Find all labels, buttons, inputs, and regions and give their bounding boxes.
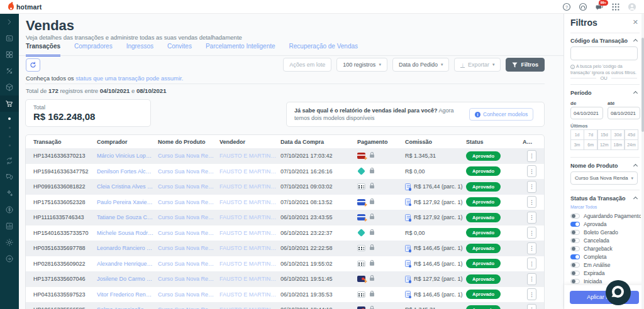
- tab-compradores[interactable]: Compradores: [74, 43, 113, 57]
- seller-link[interactable]: FAUSTO E MARTINS LT...: [219, 168, 280, 175]
- sidebar-item-sales-cart[interactable]: [0, 95, 19, 112]
- range-chip-6m[interactable]: 6m: [584, 139, 597, 150]
- chat-widget-button[interactable]: [606, 280, 631, 305]
- row-actions-button[interactable]: ⋮: [527, 227, 536, 239]
- row-actions-button[interactable]: ⋮: [527, 288, 536, 300]
- filters-button[interactable]: Filtros: [506, 58, 545, 72]
- sidebar-item-affiliates[interactable]: [0, 63, 19, 79]
- product-link[interactable]: Curso Sua Nova Renda: [158, 291, 219, 298]
- buyer-link[interactable]: Vitor Frederico Renner J...: [97, 291, 158, 298]
- transaction-code-section-header[interactable]: Código da Transação: [570, 38, 640, 44]
- tab-ingressos[interactable]: Ingressos: [126, 43, 153, 57]
- range-chip-12m[interactable]: 12m: [597, 139, 611, 150]
- buyer-link[interactable]: Márcio Vinicius Lopes D...: [97, 153, 158, 159]
- seller-link[interactable]: FAUSTO E MARTINS LT...: [219, 276, 280, 282]
- transaction-status-section-header[interactable]: Status da Transação: [570, 195, 640, 202]
- sidebar-item-subscriptions[interactable]: [0, 153, 19, 169]
- product-link[interactable]: Curso Sua Nova Renda: [158, 183, 219, 190]
- toggle-expirada[interactable]: [570, 271, 580, 276]
- tab-transacoes[interactable]: Transações: [26, 43, 60, 57]
- buyer-link[interactable]: Selma Anunciação Silv...: [97, 306, 158, 309]
- row-actions-button[interactable]: ⋮: [527, 181, 536, 193]
- sidebar-item-journey[interactable]: [0, 185, 19, 202]
- tab-convites[interactable]: Convites: [167, 43, 192, 57]
- tab-parcelamento-inteligente[interactable]: Parcelamento Inteligente: [206, 43, 275, 57]
- product-link[interactable]: Curso Sua Nova Renda: [158, 199, 219, 205]
- row-actions-button[interactable]: ⋮: [527, 273, 536, 285]
- sidebar-item-messages[interactable]: [0, 169, 19, 185]
- seller-link[interactable]: FAUSTO E MARTINS LT...: [219, 183, 280, 190]
- range-chip-45d[interactable]: 45d: [625, 129, 638, 140]
- sidebar-item-dashboard[interactable]: [0, 30, 19, 46]
- sidebar-item-finance[interactable]: [0, 202, 19, 218]
- select-all-link[interactable]: Marcar Todos: [570, 205, 597, 209]
- bulk-actions-button[interactable]: Ações em lote: [283, 58, 331, 72]
- toggle-boleto-gerado[interactable]: [570, 230, 580, 236]
- status-help-link[interactable]: status que uma transação pode assumir.: [75, 75, 183, 82]
- toggle-completa[interactable]: [570, 254, 580, 260]
- seller-link[interactable]: FAUSTO E MARTINS LT...: [219, 199, 280, 205]
- range-chip-15d[interactable]: 15d: [597, 129, 611, 140]
- seller-link[interactable]: FAUSTO E MARTINS LT...: [219, 291, 280, 298]
- sidebar-item-share[interactable]: [0, 251, 19, 267]
- sidebar-item-chevron-right[interactable]: [0, 14, 19, 30]
- seller-link[interactable]: FAUSTO E MARTINS LT...: [219, 230, 280, 236]
- toggle-aprovada[interactable]: [570, 222, 580, 227]
- toggle-iniciada[interactable]: [570, 279, 580, 285]
- product-link[interactable]: Curso Sua Nova Renda: [158, 230, 219, 236]
- row-actions-button[interactable]: ⋮: [527, 150, 536, 162]
- buyer-link[interactable]: Josilene Do Carmo Cald...: [97, 276, 158, 282]
- transaction-code-input[interactable]: [570, 46, 638, 60]
- row-actions-button[interactable]: ⋮: [527, 165, 536, 177]
- order-by-dropdown[interactable]: Data do Pedido▾: [392, 58, 450, 72]
- product-select[interactable]: Curso Sua Nova Renda▾: [570, 171, 638, 185]
- sidebar-item-apps-grid[interactable]: [0, 46, 19, 63]
- product-link[interactable]: Curso Sua Nova Renda: [158, 153, 219, 159]
- know-models-button[interactable]: iConhecer modelos: [469, 108, 533, 121]
- close-filters-icon[interactable]: ✕: [633, 18, 638, 26]
- range-chip-1d[interactable]: 1d: [570, 129, 584, 140]
- range-chip-3m[interactable]: 3m: [570, 139, 584, 150]
- buyer-link[interactable]: Denilson Fortes Alcânt...: [97, 168, 158, 175]
- scrollbar-thumb[interactable]: [641, 38, 644, 132]
- row-actions-button[interactable]: ⋮: [527, 196, 536, 208]
- toggle-cancelada[interactable]: [570, 238, 580, 244]
- active-submenu-dot[interactable]: [8, 117, 11, 120]
- row-actions-button[interactable]: ⋮: [527, 242, 536, 254]
- range-chip-30d[interactable]: 30d: [611, 129, 625, 140]
- help-icon[interactable]: ?: [562, 3, 571, 11]
- buyer-link[interactable]: Leonardo Ranciero Vieir...: [97, 245, 158, 251]
- sidebar-item-settings[interactable]: [0, 234, 19, 251]
- product-link[interactable]: Curso Sua Nova Renda: [158, 245, 219, 251]
- notifications-chat-icon[interactable]: 99+: [595, 3, 604, 11]
- buyer-link[interactable]: Tatiane De Souza Conc...: [97, 214, 158, 220]
- toggle-aguardando-pagamento[interactable]: [570, 214, 580, 219]
- submenu-dot[interactable]: [9, 127, 11, 129]
- period-section-header[interactable]: Período: [570, 90, 640, 96]
- row-actions-button[interactable]: ⋮: [527, 212, 536, 224]
- period-from-input[interactable]: [570, 107, 603, 119]
- hotmart-logo[interactable]: hotmart: [8, 3, 42, 11]
- product-link[interactable]: Curso Sua Nova Renda: [158, 168, 219, 175]
- apps-icon[interactable]: [611, 3, 620, 11]
- sidebar-item-products[interactable]: [0, 79, 19, 95]
- seller-link[interactable]: FAUSTO E MARTINS LT...: [219, 261, 280, 267]
- seller-link[interactable]: FAUSTO E MARTINS LT...: [219, 153, 280, 159]
- seller-link[interactable]: FAUSTO E MARTINS LT...: [219, 214, 280, 220]
- buyer-link[interactable]: Cleia Cristina Alves Da ...: [97, 183, 158, 190]
- product-link[interactable]: Curso Sua Nova Renda: [158, 276, 219, 282]
- range-chip-7d[interactable]: 7d: [584, 129, 597, 140]
- records-per-page-dropdown[interactable]: 100 registros▾: [336, 58, 387, 72]
- buyer-link[interactable]: Alexandre Henrique Sil...: [97, 261, 158, 267]
- range-chip-18m[interactable]: 18m: [611, 139, 625, 150]
- product-name-section-header[interactable]: Nome do Produto: [570, 163, 640, 169]
- seller-link[interactable]: FAUSTO E MARTINS LT...: [219, 306, 280, 309]
- submenu-dot[interactable]: [9, 136, 11, 138]
- period-to-input[interactable]: [608, 107, 640, 119]
- row-actions-button[interactable]: ⋮: [527, 258, 536, 269]
- seller-link[interactable]: FAUSTO E MARTINS LT...: [219, 245, 280, 251]
- refresh-button[interactable]: [26, 58, 40, 72]
- buyer-link[interactable]: Michele Sousa Rodrigues: [97, 230, 158, 236]
- product-link[interactable]: Curso Sua Nova Renda: [158, 306, 219, 309]
- support-icon[interactable]: [579, 3, 587, 11]
